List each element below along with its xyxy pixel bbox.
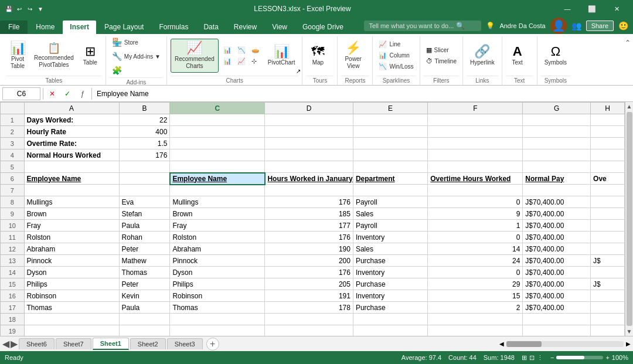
search-input[interactable]: Tell me what you want to do...: [369, 22, 454, 29]
cell[interactable]: Thomas: [170, 302, 265, 314]
cell[interactable]: 178: [265, 302, 353, 314]
zoom-slider-thumb[interactable]: [556, 356, 584, 359]
cell[interactable]: [119, 314, 170, 325]
cell[interactable]: 15: [428, 290, 523, 302]
cell[interactable]: [428, 161, 523, 173]
cell[interactable]: [170, 325, 265, 336]
cell[interactable]: [353, 314, 427, 325]
cell[interactable]: [265, 149, 353, 161]
tab-insert[interactable]: Insert: [63, 21, 96, 34]
scroll-up-button[interactable]: ▲: [625, 102, 633, 111]
cell[interactable]: Inventory: [353, 232, 427, 243]
quick-access-toolbar[interactable]: 💾 ↩ ↪ ▼: [5, 5, 45, 13]
cell[interactable]: J$70,400.00: [523, 290, 591, 302]
winloss-sparkline-button[interactable]: 📉 Win/Loss: [376, 62, 416, 72]
cell[interactable]: 1.5: [119, 138, 170, 149]
cell[interactable]: J$: [591, 278, 625, 290]
cell[interactable]: [428, 114, 523, 126]
col-header-g[interactable]: G: [523, 103, 591, 114]
page-layout-icon[interactable]: ⊡: [529, 354, 535, 362]
cell[interactable]: 205: [265, 278, 353, 290]
cell[interactable]: [591, 149, 625, 161]
area-chart-button[interactable]: 📈: [235, 56, 248, 66]
cell[interactable]: Department: [353, 173, 427, 185]
cell[interactable]: 177: [265, 220, 353, 232]
column-sparkline-button[interactable]: 📊 Column: [376, 50, 411, 60]
cell[interactable]: 9: [428, 208, 523, 220]
cell[interactable]: Overtime Hours Worked: [428, 173, 523, 185]
cell[interactable]: 0: [428, 267, 523, 278]
cell[interactable]: [265, 325, 353, 336]
cell[interactable]: Rolston: [24, 232, 119, 243]
scatter-chart-button[interactable]: ⊹: [249, 56, 259, 66]
cell[interactable]: [353, 161, 427, 173]
cancel-formula-button[interactable]: ✕: [46, 87, 59, 100]
cell[interactable]: Mullings: [170, 196, 265, 208]
cell[interactable]: [170, 314, 265, 325]
cell[interactable]: [265, 161, 353, 173]
undo-icon[interactable]: ↩: [15, 5, 23, 13]
cell[interactable]: [591, 161, 625, 173]
cell[interactable]: J$70,400.00: [523, 208, 591, 220]
cell[interactable]: [170, 138, 265, 149]
cell[interactable]: [428, 138, 523, 149]
cell[interactable]: [591, 290, 625, 302]
pivot-table-button[interactable]: 📊 PivotTable: [6, 39, 29, 72]
cell[interactable]: [170, 114, 265, 126]
power-view-button[interactable]: ⚡ PowerView: [341, 39, 365, 72]
cell[interactable]: J$: [591, 255, 625, 267]
add-sheet-button[interactable]: +: [206, 338, 219, 351]
cell[interactable]: Overtime Rate:: [24, 138, 119, 149]
cell[interactable]: Inventory: [353, 267, 427, 278]
cell[interactable]: [591, 138, 625, 149]
cell[interactable]: [523, 138, 591, 149]
cell[interactable]: J$70,400.00: [523, 255, 591, 267]
cell[interactable]: [523, 149, 591, 161]
cell[interactable]: Philips: [24, 278, 119, 290]
cell[interactable]: 176: [119, 149, 170, 161]
col-header-h[interactable]: H: [591, 103, 625, 114]
text-button[interactable]: A Text: [506, 43, 529, 69]
sheet-tab-sheet3[interactable]: Sheet3: [167, 338, 203, 349]
cell[interactable]: Eva: [119, 196, 170, 208]
bar-chart-button[interactable]: 📊: [221, 56, 234, 66]
cell[interactable]: Brown: [24, 208, 119, 220]
cell[interactable]: 22: [119, 114, 170, 126]
line-chart-button[interactable]: 📉: [235, 45, 248, 55]
cell[interactable]: Philips: [170, 278, 265, 290]
cell[interactable]: Purchase: [353, 255, 427, 267]
tab-home[interactable]: Home: [29, 21, 62, 34]
tab-google-drive[interactable]: Google Drive: [295, 21, 350, 34]
map-button[interactable]: 🗺 Map: [306, 43, 329, 69]
cell[interactable]: [170, 185, 265, 196]
store-button[interactable]: 🏪 Store: [110, 36, 141, 48]
cell[interactable]: Peter: [119, 278, 170, 290]
cell[interactable]: Normal Hours Worked: [24, 149, 119, 161]
col-header-a[interactable]: A: [24, 103, 119, 114]
cell[interactable]: Stefan: [119, 208, 170, 220]
spreadsheet-area[interactable]: A B C D E F G H 1Days Worked:222Hourly R…: [0, 102, 625, 336]
cell[interactable]: [591, 185, 625, 196]
cell[interactable]: [265, 314, 353, 325]
cell[interactable]: [24, 314, 119, 325]
scroll-down-button[interactable]: ▼: [625, 327, 633, 336]
insert-function-button[interactable]: ƒ: [76, 87, 89, 100]
charts-expand-icon[interactable]: ↗: [296, 68, 301, 74]
redo-icon[interactable]: ↪: [26, 5, 34, 13]
cell[interactable]: [265, 138, 353, 149]
formula-input[interactable]: [94, 87, 631, 100]
sheet-tab-sheet6[interactable]: Sheet6: [19, 338, 55, 349]
cell[interactable]: Employee Name: [24, 173, 119, 185]
recommended-charts-button[interactable]: 📈 RecommendedCharts: [171, 39, 219, 73]
cell[interactable]: [523, 114, 591, 126]
cell[interactable]: [119, 173, 170, 185]
collapse-ribbon-button[interactable]: ⌃: [625, 39, 631, 47]
tab-file[interactable]: File: [0, 21, 28, 34]
cell[interactable]: 0: [428, 196, 523, 208]
confirm-formula-button[interactable]: ✓: [61, 87, 74, 100]
col-header-e[interactable]: E: [353, 103, 427, 114]
sheet-tab-sheet1[interactable]: Sheet1: [93, 338, 129, 350]
cell[interactable]: Hourly Rate: [24, 126, 119, 138]
cell[interactable]: Payroll: [353, 196, 427, 208]
cell[interactable]: Purchase: [353, 278, 427, 290]
